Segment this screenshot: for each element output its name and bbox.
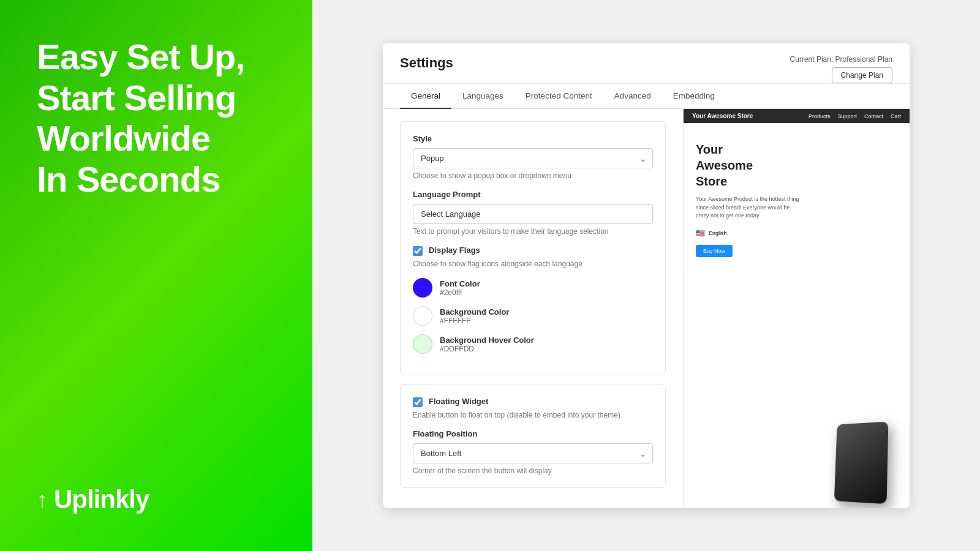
- preview-store-name: Your Awesome Store: [692, 113, 753, 119]
- background-hover-color-label: Background Hover Color: [440, 335, 534, 345]
- display-flags-hint: Choose to show flag icons alongside each…: [413, 260, 653, 268]
- right-panel: Settings Current Plan: Professional Plan…: [312, 0, 980, 551]
- hero-text: Easy Set Up, Start Selling Worldwide In …: [37, 37, 282, 200]
- floating-position-label: Floating Position: [413, 429, 653, 438]
- preview-product-desc: Your Awesome Product is the hottest thin…: [696, 195, 799, 220]
- brand-name: Uplinkly: [54, 485, 149, 514]
- change-plan-button[interactable]: Change Plan: [832, 67, 892, 83]
- tab-advanced[interactable]: Advanced: [603, 84, 662, 109]
- floating-position-select-wrapper: Bottom Left Bottom Right Top Left Top Ri…: [413, 443, 653, 463]
- settings-container: Settings Current Plan: Professional Plan…: [383, 43, 910, 508]
- preview-lang-selector: 🇺🇸 English: [696, 229, 799, 238]
- background-hover-color-info: Background Hover Color #DDFFDD: [440, 335, 534, 353]
- floating-widget-hint: Enable button to float on top (disable t…: [413, 411, 653, 419]
- section-floating: Floating Widget Enable button to float o…: [400, 384, 666, 488]
- phone-shape: [834, 422, 889, 504]
- font-color-swatch[interactable]: [413, 278, 432, 298]
- font-color-value: #2e0fff: [440, 288, 480, 297]
- brand-logo: ↑ Uplinkly: [37, 485, 282, 514]
- preview-product-title: YourAwesomeStore: [696, 141, 799, 189]
- preview-language: English: [709, 230, 727, 236]
- tab-general[interactable]: General: [400, 84, 451, 109]
- settings-form: Style Popup Dropdown ⌄ Choose to show a …: [383, 109, 683, 508]
- background-color-info: Background Color #FFFFFF: [440, 307, 509, 325]
- font-color-row: Font Color #2e0fff: [413, 278, 653, 298]
- background-hover-color-value: #DDFFDD: [440, 345, 534, 353]
- preview-buy-button[interactable]: Buy Now: [696, 245, 733, 257]
- background-color-label: Background Color: [440, 307, 509, 317]
- language-prompt-hint: Text to prompt your visitors to make the…: [413, 227, 653, 236]
- style-field: Style Popup Dropdown ⌄ Choose to show a …: [413, 134, 653, 180]
- font-color-info: Font Color #2e0fff: [440, 279, 480, 297]
- font-color-label: Font Color: [440, 279, 480, 288]
- language-prompt-field: Language Prompt Text to prompt your visi…: [413, 190, 653, 236]
- background-hover-color-row: Background Hover Color #DDFFDD: [413, 334, 653, 354]
- style-select[interactable]: Popup Dropdown: [413, 148, 653, 168]
- preview-nav: Products Support Contact Cart: [809, 113, 901, 119]
- floating-widget-row: Floating Widget: [413, 397, 653, 407]
- left-panel: Easy Set Up, Start Selling Worldwide In …: [0, 0, 312, 551]
- display-flags-row: Display Flags: [413, 246, 653, 256]
- preview-nav-cart: Cart: [891, 113, 901, 119]
- preview-content: YourAwesomeStore Your Awesome Product is…: [684, 123, 910, 508]
- style-select-wrapper: Popup Dropdown ⌄: [413, 148, 653, 168]
- floating-position-field: Floating Position Bottom Left Bottom Rig…: [413, 429, 653, 475]
- preview-nav-products: Products: [809, 113, 831, 119]
- tab-protected-content[interactable]: Protected Content: [514, 84, 603, 109]
- preview-product-text: YourAwesomeStore Your Awesome Product is…: [684, 123, 812, 508]
- settings-body: Style Popup Dropdown ⌄ Choose to show a …: [383, 109, 910, 508]
- display-flags-label: Display Flags: [429, 246, 480, 255]
- floating-position-select[interactable]: Bottom Left Bottom Right Top Left Top Ri…: [413, 443, 653, 463]
- floating-widget-label: Floating Widget: [429, 397, 488, 406]
- settings-title: Settings: [400, 55, 453, 81]
- language-prompt-label: Language Prompt: [413, 190, 653, 199]
- preview-panel: Your Awesome Store Products Support Cont…: [683, 109, 910, 508]
- language-prompt-input[interactable]: [413, 204, 653, 224]
- preview-nav-support: Support: [837, 113, 857, 119]
- preview-phone-image: [812, 123, 910, 508]
- style-hint: Choose to show a popup box or dropdown m…: [413, 171, 653, 180]
- floating-widget-field: Floating Widget Enable button to float o…: [413, 397, 653, 419]
- background-hover-color-swatch[interactable]: [413, 334, 432, 354]
- preview-store-bar: Your Awesome Store Products Support Cont…: [684, 109, 910, 123]
- tab-embedding[interactable]: Embedding: [662, 84, 726, 109]
- settings-header: Settings Current Plan: Professional Plan…: [383, 43, 910, 84]
- section-style-colors: Style Popup Dropdown ⌄ Choose to show a …: [400, 121, 666, 375]
- preview-flag: 🇺🇸: [696, 229, 705, 238]
- tab-languages[interactable]: Languages: [451, 84, 514, 109]
- tabs-row: General Languages Protected Content Adva…: [383, 84, 910, 109]
- display-flags-field: Display Flags Choose to show flag icons …: [413, 246, 653, 268]
- plan-section: Current Plan: Professional Plan Change P…: [790, 55, 892, 83]
- style-label: Style: [413, 134, 653, 143]
- display-flags-checkbox[interactable]: [413, 246, 423, 256]
- background-color-swatch[interactable]: [413, 306, 432, 326]
- floating-position-hint: Corner of the screen the button will dis…: [413, 467, 653, 475]
- background-color-row: Background Color #FFFFFF: [413, 306, 653, 326]
- brand-arrow-icon: ↑: [37, 487, 48, 512]
- floating-widget-checkbox[interactable]: [413, 397, 423, 407]
- preview-nav-contact: Contact: [864, 113, 883, 119]
- background-color-value: #FFFFFF: [440, 317, 509, 325]
- plan-label: Current Plan: Professional Plan: [790, 55, 892, 64]
